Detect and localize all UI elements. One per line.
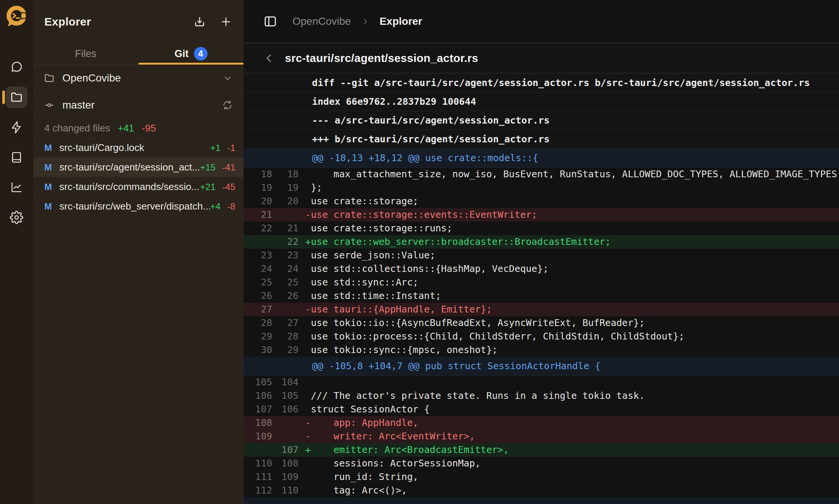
- changed-file-row[interactable]: M src-tauri/src/web_server/dispatch... +…: [33, 197, 244, 216]
- total-additions: +41: [118, 122, 134, 134]
- code-text: };: [298, 181, 322, 195]
- breadcrumb-page: Explorer: [380, 15, 423, 27]
- chevron-down-icon[interactable]: [223, 73, 233, 83]
- rail-item-settings[interactable]: [6, 207, 27, 228]
- rail-item-actions[interactable]: [6, 116, 27, 138]
- diff-code-row: 109- writer: Arc<EventWriter>,: [244, 430, 839, 443]
- tab-files[interactable]: Files: [33, 43, 138, 64]
- file-additions: +1: [210, 143, 220, 153]
- app-logo: [5, 5, 28, 28]
- rail-item-docs[interactable]: [6, 146, 27, 168]
- file-status-badge: M: [44, 143, 59, 153]
- folder-icon: [10, 91, 23, 104]
- add-icon[interactable]: [220, 15, 232, 28]
- diff-code-row: 106105 /// The actor's private state. Ru…: [244, 389, 839, 403]
- branch-row[interactable]: master: [33, 92, 244, 119]
- lightning-icon: [10, 121, 23, 134]
- new-line-number: 109: [272, 470, 298, 484]
- breadcrumb-project[interactable]: OpenCovibe: [292, 15, 351, 27]
- new-line-number: 29: [272, 343, 298, 357]
- old-line-number: 28: [244, 316, 272, 330]
- old-line-number: [244, 443, 272, 457]
- changed-file-row[interactable]: M src-tauri/src/commands/sessio... +21 -…: [33, 177, 244, 197]
- new-line-number: 27: [272, 316, 298, 330]
- old-line-number: 111: [244, 470, 272, 484]
- branch-name: master: [62, 99, 95, 111]
- diff-code-row: 2424 use std::collections::{HashMap, Vec…: [244, 262, 839, 276]
- sidebar-toggle-icon[interactable]: [263, 14, 277, 29]
- changed-file-row[interactable]: M src-tauri/src/agent/session_act... +15…: [33, 158, 244, 177]
- old-line-number: 30: [244, 343, 272, 357]
- diff-meta-row: +++ b/src-tauri/src/agent/session_actor.…: [244, 130, 839, 149]
- diff-code-row: 2221 use crate::storage::runs;: [244, 222, 839, 235]
- diff-code-row: 107106 struct SessionActor {: [244, 403, 839, 416]
- old-line-number: 22: [244, 222, 272, 235]
- diff-code-row: 2323 use serde_json::Value;: [244, 249, 839, 262]
- diff-code-row: 1919 };: [244, 181, 839, 195]
- old-line-number: 19: [244, 181, 272, 195]
- rail-item-analytics[interactable]: [6, 177, 27, 198]
- changed-file-row[interactable]: M src-tauri/Cargo.lock +1 -1: [33, 138, 244, 158]
- code-text: max_attachment_size, now_iso, BusEvent, …: [298, 167, 839, 181]
- diff-hunk-header: [244, 497, 839, 504]
- diff-hunk-header: @@ -105,8 +104,7 @@ pub struct SessionAc…: [244, 357, 839, 376]
- diff-hunk-header: @@ -18,13 +18,12 @@ use crate::models::{: [244, 149, 839, 167]
- diff-code-row: 111109 run_id: String,: [244, 470, 839, 484]
- new-line-number: 26: [272, 289, 298, 303]
- old-line-number: 18: [244, 167, 272, 181]
- old-line-number: 29: [244, 330, 272, 343]
- changes-count: 4 changed files: [44, 122, 110, 134]
- sidebar-header: Explorer: [33, 0, 244, 43]
- file-status-badge: M: [44, 162, 59, 173]
- diff-code-row: 27-use tauri::{AppHandle, Emitter};: [244, 303, 839, 316]
- file-name: src-tauri/src/agent/session_act...: [59, 161, 200, 173]
- file-deletions: -41: [222, 162, 235, 173]
- code-text: use serde_json::Value;: [298, 249, 435, 262]
- new-line-number: 107: [272, 443, 298, 457]
- new-line-number: [272, 208, 298, 222]
- tab-files-label: Files: [75, 48, 96, 60]
- diff-code-row: 2626 use std::time::Instant;: [244, 289, 839, 303]
- git-changes-badge: 4: [194, 47, 207, 60]
- new-line-number: [272, 303, 298, 316]
- diff-code-row: 3029 use tokio::sync::{mpsc, oneshot};: [244, 343, 839, 357]
- new-line-number: 28: [272, 330, 298, 343]
- code-text: use crate::storage;: [298, 195, 418, 208]
- folder-small-icon: [44, 72, 55, 84]
- diff-meta-row: index 66e9762..2837b29 100644: [244, 92, 839, 111]
- old-line-number: 23: [244, 249, 272, 262]
- old-line-number: 107: [244, 403, 272, 416]
- code-text: use std::collections::{HashMap, VecDeque…: [298, 262, 548, 276]
- tab-git[interactable]: Git 4: [138, 43, 244, 64]
- back-icon[interactable]: [263, 52, 275, 64]
- new-line-number: 108: [272, 457, 298, 470]
- branch-icon: [44, 100, 55, 111]
- breadcrumb-chevron-icon: [361, 17, 370, 26]
- new-line-number: 104: [272, 376, 298, 389]
- code-text: [298, 376, 305, 389]
- rail-item-chat[interactable]: [6, 56, 27, 78]
- old-line-number: 105: [244, 376, 272, 389]
- project-row[interactable]: OpenCovibe: [33, 65, 244, 92]
- new-line-number: 19: [272, 181, 298, 195]
- refresh-icon[interactable]: [222, 100, 233, 111]
- old-line-number: 110: [244, 457, 272, 470]
- diff-code-row: 2525 use std::sync::Arc;: [244, 276, 839, 289]
- download-icon[interactable]: [193, 15, 206, 28]
- new-line-number: 20: [272, 195, 298, 208]
- breadcrumb: OpenCovibe Explorer: [244, 0, 839, 43]
- sidebar-title: Explorer: [44, 15, 193, 28]
- diff-code-row: 105104: [244, 376, 839, 389]
- diff-meta-row: diff --git a/src-tauri/src/agent/session…: [244, 74, 839, 92]
- main-panel: OpenCovibe Explorer src-tauri/src/agent/…: [244, 0, 839, 504]
- file-additions: +4: [210, 201, 220, 212]
- code-text: /// The actor's private state. Runs in a…: [298, 389, 645, 403]
- new-line-number: 23: [272, 249, 298, 262]
- rail-item-files[interactable]: [6, 86, 27, 108]
- new-line-number: [272, 416, 298, 430]
- code-text: run_id: String,: [298, 470, 418, 484]
- code-text: -use tauri::{AppHandle, Emitter};: [298, 303, 492, 316]
- diff-code-row: 108- app: AppHandle,: [244, 416, 839, 430]
- old-line-number: 20: [244, 195, 272, 208]
- diff-file-path: src-tauri/src/agent/session_actor.rs: [285, 52, 478, 65]
